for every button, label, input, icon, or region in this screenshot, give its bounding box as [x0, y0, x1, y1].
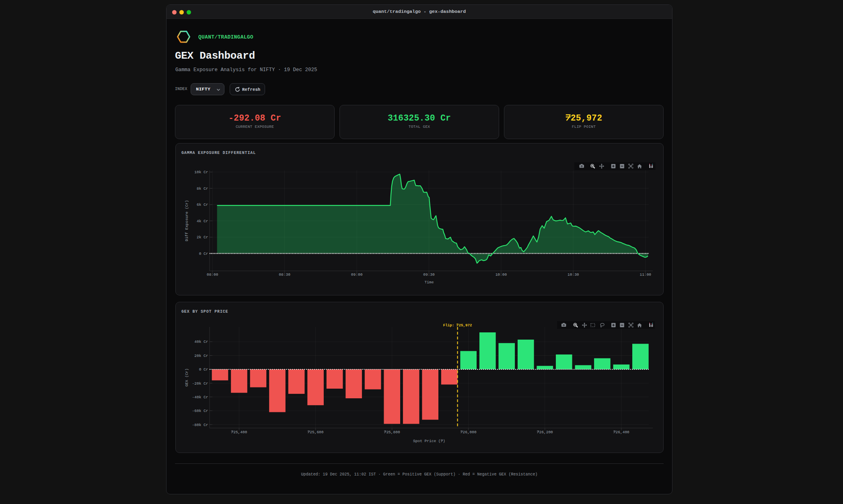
- svg-text:10:30: 10:30: [567, 272, 579, 277]
- svg-text:): ): [443, 439, 445, 443]
- svg-text:6k Cr: 6k Cr: [197, 203, 208, 207]
- svg-text:10:00: 10:00: [496, 272, 507, 277]
- svg-text:Time: Time: [425, 280, 434, 285]
- svg-text:08:30: 08:30: [279, 272, 290, 277]
- svg-text:GEX (Cr): GEX (Cr): [185, 368, 189, 387]
- svg-text:10k Cr: 10k Cr: [194, 170, 208, 174]
- svg-text:08:00: 08:00: [207, 272, 218, 277]
- svg-text:2k Cr: 2k Cr: [197, 235, 208, 240]
- svg-text:4k Cr: 4k Cr: [197, 219, 208, 223]
- svg-text:26,400: 26,400: [616, 430, 630, 434]
- svg-text:Diff Exposure (Cr): Diff Exposure (Cr): [185, 200, 189, 242]
- svg-text:-60k Cr: -60k Cr: [192, 409, 208, 413]
- svg-text:-80k Cr: -80k Cr: [192, 422, 208, 427]
- svg-text:0 Cr: 0 Cr: [199, 367, 208, 372]
- svg-text:11:00: 11:00: [640, 272, 652, 277]
- svg-text:-40k Cr: -40k Cr: [192, 395, 208, 399]
- svg-text:26,000: 26,000: [463, 430, 477, 434]
- svg-text:40k Cr: 40k Cr: [194, 340, 208, 344]
- svg-text:0 Cr: 0 Cr: [199, 252, 208, 256]
- svg-text:26,200: 26,200: [539, 430, 553, 434]
- svg-text:25,800: 25,800: [386, 430, 400, 434]
- svg-text:09:00: 09:00: [351, 272, 363, 277]
- svg-text:25,972: 25,972: [459, 323, 472, 328]
- svg-text:25,400: 25,400: [233, 430, 247, 434]
- svg-text:Flip:: Flip:: [443, 323, 454, 328]
- svg-text:20k Cr: 20k Cr: [194, 353, 208, 358]
- svg-text:Spot Price (: Spot Price (: [413, 439, 440, 443]
- svg-text:09:30: 09:30: [423, 272, 435, 277]
- svg-text:25,600: 25,600: [310, 430, 324, 434]
- svg-text:-20k Cr: -20k Cr: [192, 381, 208, 385]
- svg-text:8k Cr: 8k Cr: [197, 186, 208, 191]
